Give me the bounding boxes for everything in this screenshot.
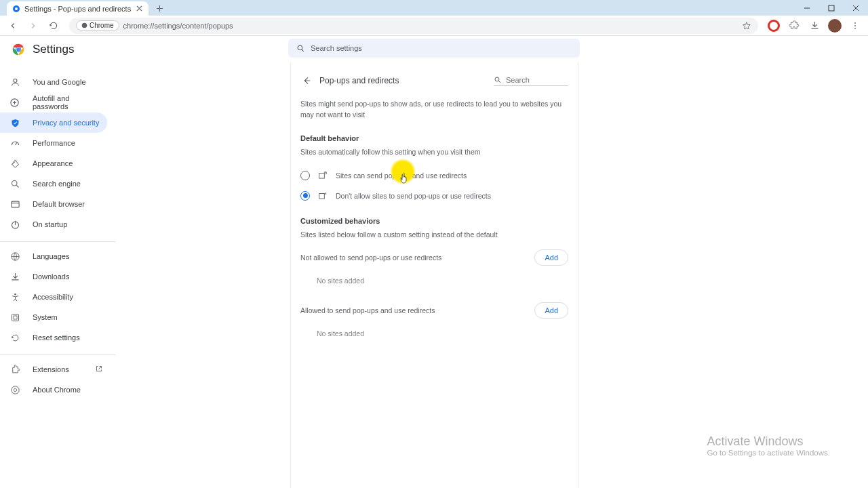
search-icon [296, 44, 305, 53]
customized-behaviors-heading: Customized behaviors [300, 217, 568, 225]
downloads-button[interactable] [806, 17, 823, 35]
accessibility-icon [9, 291, 20, 302]
search-settings[interactable]: Search settings [288, 39, 580, 58]
person-icon [9, 77, 20, 87]
windows-watermark: Activate Windows Go to Settings to activ… [707, 434, 830, 457]
sidebar-item-languages[interactable]: Languages [0, 246, 107, 266]
panel-search-input[interactable] [506, 76, 560, 84]
sidebar-item-downloads[interactable]: Downloads [0, 266, 107, 287]
sidebar-item-appearance[interactable]: Appearance [0, 153, 107, 174]
radio-icon [300, 171, 310, 180]
sidebar-item-performance[interactable]: Performance [0, 133, 107, 153]
puzzle-icon [9, 364, 20, 375]
settings-title: Settings [33, 43, 74, 56]
search-icon [9, 178, 20, 189]
window-titlebar: Settings - Pop-ups and redirects [0, 0, 868, 16]
svg-point-4 [854, 22, 856, 23]
sidebar-item-label: About Chrome [33, 386, 81, 394]
svg-rect-19 [12, 314, 18, 321]
menu-button[interactable] [846, 17, 864, 35]
sidebar-item-default-browser[interactable]: Default browser [0, 194, 107, 214]
profile-avatar[interactable] [826, 17, 844, 35]
close-button[interactable] [844, 0, 868, 16]
svg-point-22 [14, 388, 16, 391]
sidebar-item-label: Default browser [33, 200, 85, 208]
popup-block-icon [318, 191, 328, 201]
add-allowed-button[interactable]: Add [534, 302, 568, 319]
sidebar-item-about-chrome[interactable]: About Chrome [0, 380, 107, 400]
svg-point-12 [14, 79, 17, 82]
add-not-allowed-button[interactable]: Add [534, 249, 568, 266]
panel-intro: Sites might send pop-ups to show ads, or… [300, 99, 568, 121]
external-link-icon [95, 365, 104, 374]
globe-icon [9, 251, 20, 262]
radio-icon [300, 191, 310, 201]
chrome-logo-icon [11, 42, 26, 57]
maximize-button[interactable] [819, 0, 844, 16]
sidebar-item-label: On startup [33, 220, 67, 228]
sidebar-item-reset-settings[interactable]: Reset settings [0, 327, 107, 348]
sidebar-item-accessibility[interactable]: Accessibility [0, 287, 107, 307]
search-icon [494, 76, 502, 84]
sidebar-item-privacy-security[interactable]: Privacy and security [0, 113, 107, 133]
tab-strip: Settings - Pop-ups and redirects [0, 0, 166, 16]
svg-point-18 [14, 293, 16, 295]
sidebar-item-label: Search engine [33, 180, 81, 188]
minimize-button[interactable] [795, 0, 819, 16]
panel-back-button[interactable] [298, 72, 315, 89]
nav-forward-button[interactable] [24, 17, 42, 35]
sidebar-item-label: Extensions [33, 365, 69, 373]
nav-back-button[interactable] [4, 17, 22, 35]
tab-favicon-icon [12, 5, 20, 13]
autofill-icon [9, 97, 20, 108]
sidebar-item-label: Performance [33, 139, 75, 147]
lens-button[interactable] [765, 17, 783, 35]
not-allowed-empty: No sites added [300, 266, 568, 291]
sidebar-item-system[interactable]: System [0, 307, 107, 327]
panel-header: Pop-ups and redirects [291, 62, 578, 95]
main-area: Pop-ups and redirects Sites might send p… [115, 62, 868, 488]
svg-point-14 [12, 180, 17, 186]
sidebar-item-label: Autofill and passwords [33, 94, 107, 110]
allowed-label: Allowed to send pop-ups and use redirect… [300, 306, 435, 314]
browser-toolbar: Chrome chrome://settings/content/popups [0, 16, 868, 36]
extensions-button[interactable] [785, 17, 803, 35]
not-allowed-label: Not allowed to send pop-ups or use redir… [300, 253, 441, 262]
svg-rect-15 [11, 201, 18, 207]
svg-rect-24 [319, 173, 325, 178]
sidebar-divider [0, 241, 115, 242]
tab-close-icon[interactable] [135, 5, 143, 13]
sidebar-item-autofill[interactable]: Autofill and passwords [0, 92, 107, 113]
allowed-empty: No sites added [300, 319, 568, 344]
panel-search[interactable] [494, 76, 568, 86]
sidebar-item-label: Privacy and security [33, 119, 99, 127]
svg-point-3 [82, 23, 87, 28]
radio-block-popups[interactable]: Don't allow sites to send pop-ups or use… [300, 186, 568, 206]
panel-body: Sites might send pop-ups to show ads, or… [291, 95, 578, 354]
address-bar[interactable]: Chrome chrome://settings/content/popups [69, 18, 758, 34]
sidebar-item-label: System [33, 313, 58, 321]
panel-title: Pop-ups and redirects [319, 76, 399, 85]
chrome-icon [9, 384, 20, 395]
allowed-section: Allowed to send pop-ups and use redirect… [300, 302, 568, 319]
svg-rect-25 [319, 193, 325, 199]
new-tab-button[interactable] [153, 1, 166, 15]
sidebar-item-you-and-google[interactable]: You and Google [0, 72, 107, 92]
svg-rect-20 [14, 316, 17, 319]
lens-icon [768, 20, 780, 32]
address-chip: Chrome [76, 20, 119, 30]
bookmark-star-icon[interactable] [742, 21, 751, 30]
sidebar-item-search-engine[interactable]: Search engine [0, 174, 107, 194]
browser-tab[interactable]: Settings - Pop-ups and redirects [7, 1, 149, 16]
radio-allow-popups[interactable]: Sites can send pop-ups and use redirects [300, 165, 568, 186]
settings-content: You and Google Autofill and passwords Pr… [0, 62, 868, 488]
browser-icon [9, 199, 20, 209]
nav-reload-button[interactable] [45, 17, 62, 35]
address-chip-label: Chrome [90, 22, 114, 29]
settings-sidebar: You and Google Autofill and passwords Pr… [0, 62, 115, 488]
watermark-line2: Go to Settings to activate Windows. [707, 449, 830, 457]
default-behavior-heading: Default behavior [300, 134, 568, 142]
sidebar-item-extensions[interactable]: Extensions [0, 359, 107, 380]
search-settings-placeholder: Search settings [311, 44, 362, 52]
sidebar-item-on-startup[interactable]: On startup [0, 214, 107, 235]
